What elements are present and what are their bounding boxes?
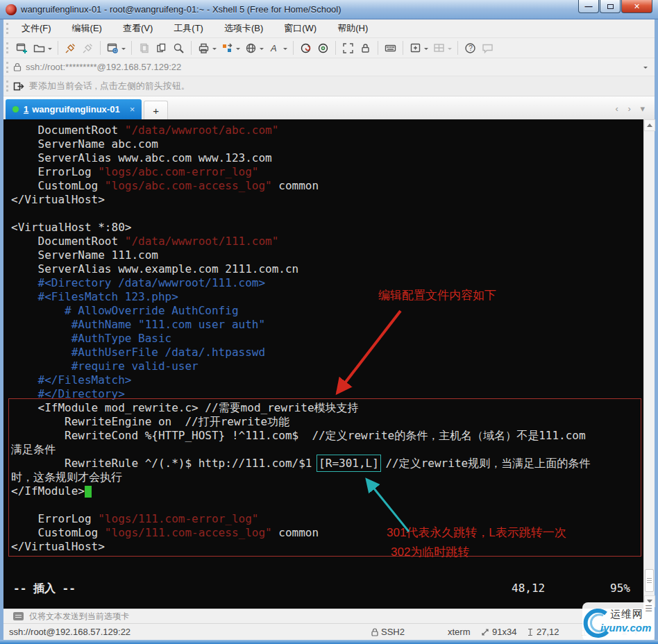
vim-scroll-percent: 95%: [610, 582, 630, 595]
fullscreen-button[interactable]: [339, 40, 357, 56]
close-button[interactable]: ✕: [621, 0, 652, 13]
terminal-screen[interactable]: DocumentRoot "/data/wwwroot/abc.com" Ser…: [3, 119, 643, 609]
tab-close-icon[interactable]: ×: [130, 104, 135, 115]
terminal-line: ServerAlias www.example.com 2111.com.cn: [11, 262, 643, 276]
terminal-line: DocumentRoot "/data/wwwroot/111.com": [11, 235, 643, 248]
terminal-line: </VirtualHost>: [11, 540, 643, 554]
status-protocol: SSH2: [371, 627, 405, 637]
new-tab-button[interactable]: +: [144, 101, 168, 119]
menu-item-7[interactable]: 帮助(H): [329, 19, 376, 37]
tab-label: wangruifenglinux-01: [32, 104, 119, 115]
menu-item-1[interactable]: 文件(F): [13, 19, 60, 37]
tab-scroll-left-icon[interactable]: ‹: [616, 103, 618, 114]
open-url-dropdown-icon[interactable]: [260, 48, 264, 52]
terminal-line: 满足条件: [11, 443, 643, 457]
session-properties-dropdown-icon[interactable]: [121, 48, 126, 52]
open-session-dropdown-icon[interactable]: [48, 48, 52, 52]
toolbar-separator: [378, 41, 378, 55]
terminal-line: 时，这条规则才会执行: [11, 471, 643, 484]
open-url-button[interactable]: [242, 40, 260, 56]
status-connection-url: ssh://root@192.168.57.129:22: [9, 627, 130, 637]
lock-icon: [13, 62, 22, 71]
virtual-keyboard-button[interactable]: [382, 40, 399, 56]
terminal-line: <IfModule mod_rewrite.c> //需要mod_rewrite…: [11, 401, 643, 415]
toolbar-separator: [457, 41, 458, 55]
new-terminal-dropdown-icon[interactable]: [424, 48, 428, 52]
scrollbar-thumb[interactable]: [645, 569, 654, 592]
lock-screen-button[interactable]: [357, 40, 374, 56]
tab-list-dropdown-icon[interactable]: ▾: [640, 103, 645, 114]
vim-status-line: -- 插入 -- 48,12 95%: [3, 582, 643, 595]
tab-wangruifenglinux-01[interactable]: 1 wangruifenglinux-01 ×: [6, 99, 142, 119]
color-scheme-dropdown-icon[interactable]: [236, 48, 240, 52]
print-dropdown-icon[interactable]: [212, 48, 217, 52]
quick-bar-grip[interactable]: [6, 80, 8, 92]
terminal-line: [11, 207, 643, 221]
open-session-button[interactable]: [31, 40, 48, 56]
maximize-button[interactable]: [600, 0, 621, 13]
menu-item-4[interactable]: 工具(T): [165, 19, 212, 37]
new-session-button[interactable]: [13, 40, 31, 56]
compose-target-icon[interactable]: [13, 612, 24, 620]
font-button[interactable]: A: [266, 40, 283, 56]
tab-bar: 1 wangruifenglinux-01 × + ‹ › ▾: [3, 96, 655, 119]
title-bar: wangruifenglinux-01 - root@wangruifeng-0…: [0, 0, 658, 19]
tab-number: 1: [24, 104, 28, 115]
toolbar-separator: [100, 41, 101, 55]
font-dropdown-icon[interactable]: [283, 48, 287, 52]
terminal-line: DocumentRoot "/data/wwwroot/abc.com": [11, 124, 643, 137]
window-title: wangruifenglinux-01 - root@wangruifeng-0…: [21, 4, 341, 15]
paste-button[interactable]: [153, 40, 170, 56]
status-terminal-type: xterm: [448, 627, 471, 637]
toolbar-separator: [58, 41, 58, 55]
color-scheme-button[interactable]: [219, 40, 236, 56]
disconnect-button[interactable]: [79, 40, 96, 56]
connect-button[interactable]: [62, 40, 79, 56]
terminal-line: #<FilesMatch 123.php>: [11, 290, 643, 304]
scrollbar-up-button[interactable]: [644, 119, 655, 131]
launch-xagent-button[interactable]: [314, 40, 332, 56]
copy-button[interactable]: [135, 40, 153, 56]
menu-item-6[interactable]: 窗口(W): [276, 19, 325, 37]
minimize-button[interactable]: —: [578, 0, 599, 13]
menu-item-5[interactable]: 选项卡(B): [216, 19, 271, 37]
menu-item-2[interactable]: 编辑(E): [64, 19, 110, 37]
terminal-line: </IfModule>: [11, 484, 643, 498]
find-button[interactable]: [170, 40, 187, 56]
help-button[interactable]: ?: [462, 40, 479, 56]
terminal-line: CustomLog "logs/abc.com-access_log" comm…: [11, 179, 643, 193]
toolbar-separator: [131, 41, 132, 55]
terminal-line: <VirtualHost *:80>: [11, 221, 643, 235]
toolbar-grip[interactable]: [6, 42, 8, 53]
address-dropdown-icon[interactable]: [643, 67, 648, 71]
annotation-302-note: 302为临时跳转: [391, 544, 469, 560]
tab-scroll-right-icon[interactable]: ›: [628, 103, 631, 114]
status-cursor-position: 27,12: [527, 627, 559, 637]
terminal-area[interactable]: DocumentRoot "/data/wwwroot/abc.com" Ser…: [3, 119, 655, 609]
session-properties-button[interactable]: [104, 40, 121, 56]
resize-icon: [481, 628, 489, 636]
xshell-app-icon: [6, 4, 17, 15]
layout-button[interactable]: [430, 40, 448, 56]
menu-item-3[interactable]: 查看(V): [115, 19, 161, 37]
launch-xftp-button[interactable]: [297, 40, 314, 56]
terminal-line: RewriteEngine on //打开rewrite功能: [11, 415, 643, 429]
address-bar-grip[interactable]: [6, 62, 8, 73]
menu-bar-grip[interactable]: [6, 23, 8, 34]
terminal-line: #AuthType Basic: [11, 332, 643, 346]
vim-cursor-position: 48,12: [512, 582, 545, 595]
quick-session-bar: 要添加当前会话 , 点击左侧的箭头按钮。: [3, 76, 655, 96]
address-input[interactable]: ssh://root:*********@192.168.57.129:22: [26, 62, 643, 72]
terminal-line: ErrorLog "logs/abc.com-error_log": [11, 165, 643, 179]
print-button[interactable]: [195, 40, 212, 56]
layout-dropdown-icon[interactable]: [448, 48, 452, 52]
terminal-line: #</FilesMatch>: [11, 373, 643, 387]
terminal-line: </VirtualHost>: [11, 193, 643, 207]
status-screen-size: 91x34: [481, 627, 516, 637]
terminal-scrollbar[interactable]: [643, 119, 655, 609]
new-terminal-button[interactable]: [407, 40, 424, 56]
feedback-button[interactable]: [479, 40, 496, 56]
add-session-arrow-icon[interactable]: [13, 81, 25, 92]
terminal-line: ServerName abc.com: [11, 137, 643, 151]
terminal-line: ErrorLog "logs/111.com-error_log": [11, 512, 643, 526]
